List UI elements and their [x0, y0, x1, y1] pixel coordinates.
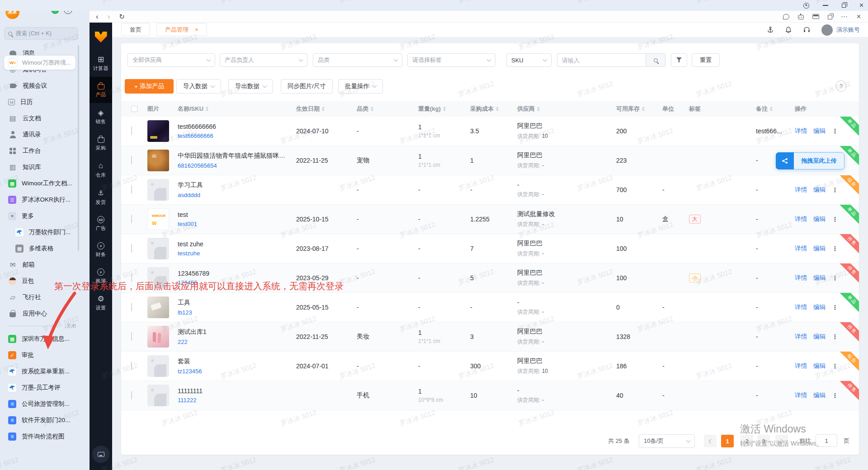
product-sku-link[interactable]: 681620565654	[178, 162, 290, 169]
restore-button[interactable]	[842, 4, 846, 8]
panel-icon[interactable]	[812, 14, 819, 19]
sidebar-scrollbar[interactable]	[78, 45, 79, 251]
row-checkbox[interactable]	[131, 362, 132, 370]
edit-link[interactable]: 编辑	[813, 391, 826, 400]
assistant-icon[interactable]	[798, 15, 804, 19]
sidebar-item[interactable]: ▦Wimoor工作文档...	[0, 175, 90, 192]
column-header[interactable]: 供应商	[517, 105, 616, 113]
collapse-label[interactable]: ↓关闭	[64, 323, 76, 329]
column-header[interactable]: 重量(kg)	[418, 105, 470, 113]
detail-link[interactable]: 详情	[795, 215, 807, 223]
filter-select[interactable]: SKU	[506, 53, 552, 67]
sidebar-item[interactable]: ▼更多	[0, 208, 90, 224]
product-sku-link[interactable]: lb123	[178, 309, 290, 316]
product-sku-link[interactable]: 123456	[178, 279, 290, 286]
toolbar-button[interactable]: 同步图片/尺寸	[281, 79, 333, 94]
forward-button[interactable]: ›	[108, 13, 110, 20]
more-actions-icon[interactable]: ⋮	[832, 216, 838, 223]
sidebar-item[interactable]: 视频会议	[0, 78, 90, 94]
product-sku-link[interactable]: testzuhe	[178, 250, 290, 257]
product-sku-link[interactable]: asddddd	[178, 192, 290, 198]
sidebar-item[interactable]: 13日历	[0, 94, 90, 110]
edit-link[interactable]: 编辑	[813, 303, 826, 311]
product-sku-link[interactable]: test66666666	[178, 132, 290, 139]
detail-link[interactable]: 详情	[795, 362, 807, 370]
sidebar-item[interactable]: ▤云文档	[0, 110, 90, 127]
toolbar-button[interactable]: 导入数据	[176, 79, 221, 94]
sort-icon[interactable]	[371, 107, 373, 111]
sidebar-item[interactable]: 万墨-员工考评	[0, 380, 90, 396]
rail-item[interactable]: ¥财务	[90, 237, 112, 263]
tab-首页[interactable]: 首页	[121, 23, 150, 36]
filter-button[interactable]	[671, 53, 687, 67]
product-sku-link[interactable]: 111222	[178, 397, 290, 404]
row-checkbox[interactable]	[131, 156, 132, 164]
page-button[interactable]: 2	[741, 435, 753, 447]
rail-item[interactable]: ⌂仓库	[90, 156, 112, 183]
drag-upload-overlay[interactable]: 拖拽至此上传	[776, 152, 844, 169]
more-actions-icon[interactable]: ⋮	[832, 127, 838, 135]
edit-link[interactable]: 编辑	[813, 127, 826, 135]
sidebar-item[interactable]: 应用中心	[0, 306, 90, 322]
detail-link[interactable]: 详情	[795, 244, 807, 253]
search-button[interactable]	[646, 53, 665, 67]
detail-link[interactable]: 详情	[795, 333, 807, 341]
sidebar-item[interactable]: ≡货件询价流程图	[0, 428, 90, 445]
sidebar-item[interactable]: 通讯录	[0, 127, 90, 143]
sort-icon[interactable]	[443, 107, 446, 111]
column-header[interactable]: 生效日期	[296, 105, 357, 113]
headset-icon[interactable]	[803, 26, 811, 33]
back-button[interactable]: ‹	[96, 13, 99, 20]
keyword-input[interactable]	[557, 53, 646, 67]
column-header[interactable]: 可用库存	[616, 105, 662, 113]
row-checkbox[interactable]	[131, 127, 132, 135]
detail-link[interactable]: 详情	[795, 274, 807, 282]
history-icon[interactable]	[803, 3, 809, 9]
edit-link[interactable]: 编辑	[813, 333, 826, 341]
row-checkbox[interactable]	[131, 391, 132, 400]
sidebar-item[interactable]: ☰罗冰冰OKR执行...	[0, 192, 90, 208]
sort-icon[interactable]	[322, 107, 325, 111]
filter-select[interactable]: 品类	[313, 53, 402, 67]
rail-item[interactable]: 采购	[90, 130, 112, 156]
rail-item[interactable]: ⚓发货	[90, 183, 112, 211]
rail-item[interactable]: ⚙设置	[90, 289, 112, 316]
sidebar-item[interactable]: ✓审批	[0, 347, 90, 363]
row-checkbox[interactable]	[131, 244, 132, 253]
sidebar-search[interactable]	[4, 27, 78, 40]
bell-icon[interactable]	[785, 26, 792, 33]
page-size-select[interactable]: 10条/页	[639, 434, 695, 448]
page-button[interactable]: 3	[757, 435, 770, 447]
row-checkbox[interactable]	[131, 185, 132, 194]
more-actions-icon[interactable]: ⋮	[832, 186, 838, 193]
sidebar-item[interactable]: ≡公司旅游管理制...	[0, 396, 90, 412]
tab-close-icon[interactable]: ×	[195, 26, 198, 33]
edit-link[interactable]: 编辑	[813, 274, 826, 282]
rail-item[interactable]: 产品	[90, 77, 112, 103]
product-thumbnail[interactable]	[147, 208, 169, 230]
page-button[interactable]: 1	[721, 435, 734, 447]
row-checkbox[interactable]	[131, 273, 132, 282]
rail-item[interactable]: ¥账簿	[90, 263, 112, 289]
sidebar-item[interactable]: ▥知识库	[0, 159, 90, 175]
sidebar-item[interactable]: ▦多维表格	[0, 240, 90, 257]
detail-link[interactable]: 详情	[795, 186, 807, 194]
search-input[interactable]	[15, 30, 69, 37]
edit-link[interactable]: 编辑	[813, 186, 826, 194]
product-sku-link[interactable]: test001	[178, 221, 290, 227]
sidebar-item[interactable]: 万墨软件部门...	[0, 224, 90, 240]
detail-link[interactable]: 详情	[795, 127, 807, 135]
more-icon[interactable]: ⋯	[841, 13, 848, 21]
column-header[interactable]: 采购成本	[470, 105, 517, 113]
product-sku-link[interactable]: 222	[178, 338, 290, 345]
goto-page-input[interactable]	[816, 434, 837, 447]
column-header[interactable]: 品类	[357, 105, 418, 113]
more-actions-icon[interactable]: ⋮	[832, 274, 838, 282]
sidebar-item[interactable]: ▱飞行社	[0, 289, 90, 306]
product-thumbnail[interactable]	[147, 179, 169, 201]
tab-产品管理[interactable]: 产品管理×	[156, 23, 207, 36]
more-actions-icon[interactable]: ⋮	[832, 245, 838, 252]
toolbar-button[interactable]: 批量操作	[338, 79, 383, 94]
sort-icon[interactable]	[642, 107, 645, 111]
more-actions-icon[interactable]: ⋮	[832, 362, 838, 370]
